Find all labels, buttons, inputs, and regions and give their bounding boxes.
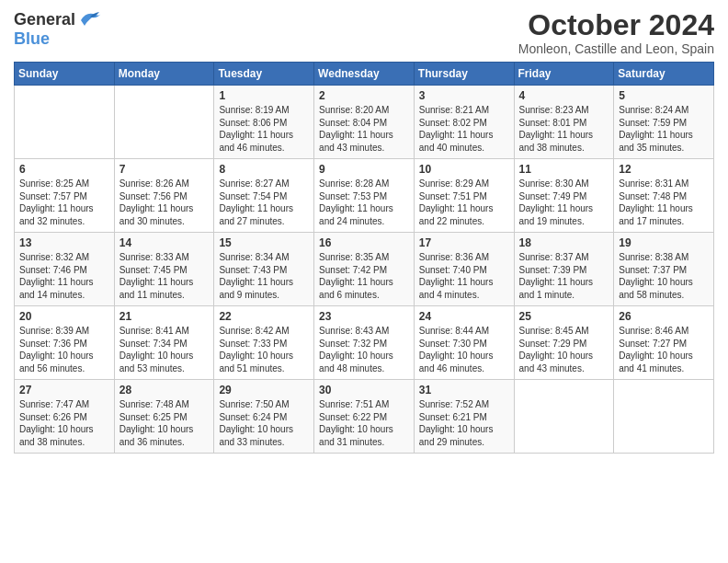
day-of-week-header: Saturday (614, 63, 714, 86)
day-info: Sunrise: 7:52 AM Sunset: 6:21 PM Dayligh… (419, 398, 509, 448)
day-info: Sunrise: 8:37 AM Sunset: 7:39 PM Dayligh… (519, 251, 609, 301)
day-number: 27 (19, 384, 109, 396)
calendar-cell: 29Sunrise: 7:50 AM Sunset: 6:24 PM Dayli… (214, 380, 314, 454)
calendar-cell: 3Sunrise: 8:21 AM Sunset: 8:02 PM Daylig… (414, 86, 514, 159)
day-number: 19 (619, 236, 709, 249)
calendar-cell: 5Sunrise: 8:24 AM Sunset: 7:59 PM Daylig… (614, 86, 714, 159)
calendar-cell: 23Sunrise: 8:43 AM Sunset: 7:32 PM Dayli… (314, 306, 415, 380)
day-number: 24 (419, 310, 509, 323)
day-number: 7 (119, 163, 210, 176)
calendar-cell: 9Sunrise: 8:28 AM Sunset: 7:53 PM Daylig… (314, 159, 415, 233)
day-number: 6 (19, 163, 109, 176)
calendar-cell: 6Sunrise: 8:25 AM Sunset: 7:57 PM Daylig… (15, 159, 115, 233)
day-number: 17 (419, 236, 509, 249)
calendar-cell: 21Sunrise: 8:41 AM Sunset: 7:34 PM Dayli… (114, 306, 214, 380)
day-info: Sunrise: 8:41 AM Sunset: 7:34 PM Dayligh… (119, 325, 210, 374)
day-of-week-header: Friday (514, 63, 614, 86)
day-number: 15 (219, 236, 309, 249)
day-number: 26 (619, 310, 709, 323)
day-number: 5 (619, 89, 709, 102)
calendar-cell: 18Sunrise: 8:37 AM Sunset: 7:39 PM Dayli… (514, 233, 614, 306)
calendar-cell (114, 86, 214, 159)
calendar-cell: 15Sunrise: 8:34 AM Sunset: 7:43 PM Dayli… (214, 233, 314, 306)
calendar-table: SundayMondayTuesdayWednesdayThursdayFrid… (14, 62, 714, 454)
calendar-week-row: 27Sunrise: 7:47 AM Sunset: 6:26 PM Dayli… (15, 380, 714, 454)
header: General Blue October 2024 Monleon, Casti… (14, 9, 714, 56)
day-of-week-header: Thursday (414, 63, 514, 86)
calendar-cell: 25Sunrise: 8:45 AM Sunset: 7:29 PM Dayli… (514, 306, 614, 380)
day-info: Sunrise: 8:26 AM Sunset: 7:56 PM Dayligh… (119, 178, 210, 227)
day-info: Sunrise: 8:36 AM Sunset: 7:40 PM Dayligh… (419, 251, 509, 301)
calendar-cell (514, 380, 614, 454)
day-info: Sunrise: 8:34 AM Sunset: 7:43 PM Dayligh… (219, 251, 309, 301)
calendar-header-row: SundayMondayTuesdayWednesdayThursdayFrid… (15, 63, 714, 86)
calendar-cell: 11Sunrise: 8:30 AM Sunset: 7:49 PM Dayli… (514, 159, 614, 233)
day-number: 18 (519, 236, 609, 249)
calendar-cell: 20Sunrise: 8:39 AM Sunset: 7:36 PM Dayli… (15, 306, 115, 380)
day-number: 10 (419, 163, 509, 176)
calendar-cell: 2Sunrise: 8:20 AM Sunset: 8:04 PM Daylig… (314, 86, 415, 159)
day-info: Sunrise: 8:21 AM Sunset: 8:02 PM Dayligh… (419, 104, 509, 154)
day-number: 14 (119, 236, 210, 249)
day-number: 16 (319, 236, 409, 249)
day-info: Sunrise: 8:20 AM Sunset: 8:04 PM Dayligh… (319, 104, 409, 154)
day-info: Sunrise: 8:30 AM Sunset: 7:49 PM Dayligh… (519, 178, 609, 227)
day-info: Sunrise: 8:32 AM Sunset: 7:46 PM Dayligh… (19, 251, 109, 301)
day-number: 31 (419, 384, 509, 396)
day-info: Sunrise: 8:24 AM Sunset: 7:59 PM Dayligh… (619, 104, 709, 154)
month-title: October 2024 (518, 9, 714, 41)
day-number: 8 (219, 163, 309, 176)
day-info: Sunrise: 8:33 AM Sunset: 7:45 PM Dayligh… (119, 251, 210, 301)
calendar-cell: 14Sunrise: 8:33 AM Sunset: 7:45 PM Dayli… (114, 233, 214, 306)
day-number: 13 (19, 236, 109, 249)
day-of-week-header: Sunday (15, 63, 115, 86)
day-info: Sunrise: 8:38 AM Sunset: 7:37 PM Dayligh… (619, 251, 709, 301)
day-number: 4 (519, 89, 609, 102)
calendar-cell: 24Sunrise: 8:44 AM Sunset: 7:30 PM Dayli… (414, 306, 514, 380)
calendar-week-row: 6Sunrise: 8:25 AM Sunset: 7:57 PM Daylig… (15, 159, 714, 233)
calendar-cell: 12Sunrise: 8:31 AM Sunset: 7:48 PM Dayli… (614, 159, 714, 233)
calendar-cell: 17Sunrise: 8:36 AM Sunset: 7:40 PM Dayli… (414, 233, 514, 306)
calendar-cell: 10Sunrise: 8:29 AM Sunset: 7:51 PM Dayli… (414, 159, 514, 233)
calendar-cell: 30Sunrise: 7:51 AM Sunset: 6:22 PM Dayli… (314, 380, 415, 454)
logo: General Blue (14, 9, 103, 49)
calendar-cell (15, 86, 115, 159)
day-info: Sunrise: 7:47 AM Sunset: 6:26 PM Dayligh… (19, 398, 109, 448)
day-number: 23 (319, 310, 409, 323)
day-info: Sunrise: 8:46 AM Sunset: 7:27 PM Dayligh… (619, 325, 709, 374)
day-of-week-header: Wednesday (314, 63, 415, 86)
day-info: Sunrise: 7:51 AM Sunset: 6:22 PM Dayligh… (319, 398, 409, 448)
day-number: 29 (219, 384, 309, 396)
calendar-cell (614, 380, 714, 454)
title-block: October 2024 Monleon, Castille and Leon,… (518, 9, 714, 56)
day-info: Sunrise: 8:27 AM Sunset: 7:54 PM Dayligh… (219, 178, 309, 227)
day-info: Sunrise: 8:45 AM Sunset: 7:29 PM Dayligh… (519, 325, 609, 374)
calendar-cell: 16Sunrise: 8:35 AM Sunset: 7:42 PM Dayli… (314, 233, 415, 306)
day-info: Sunrise: 8:23 AM Sunset: 8:01 PM Dayligh… (519, 104, 609, 154)
day-number: 12 (619, 163, 709, 176)
day-info: Sunrise: 8:19 AM Sunset: 8:06 PM Dayligh… (219, 104, 309, 154)
calendar-cell: 7Sunrise: 8:26 AM Sunset: 7:56 PM Daylig… (114, 159, 214, 233)
calendar-cell: 26Sunrise: 8:46 AM Sunset: 7:27 PM Dayli… (614, 306, 714, 380)
calendar-cell: 4Sunrise: 8:23 AM Sunset: 8:01 PM Daylig… (514, 86, 614, 159)
day-info: Sunrise: 8:25 AM Sunset: 7:57 PM Dayligh… (19, 178, 109, 227)
calendar-week-row: 13Sunrise: 8:32 AM Sunset: 7:46 PM Dayli… (15, 233, 714, 306)
day-info: Sunrise: 8:28 AM Sunset: 7:53 PM Dayligh… (319, 178, 409, 227)
logo-bird-icon (77, 9, 103, 29)
day-number: 21 (119, 310, 210, 323)
day-number: 2 (319, 89, 409, 102)
day-of-week-header: Tuesday (214, 63, 314, 86)
day-info: Sunrise: 8:39 AM Sunset: 7:36 PM Dayligh… (19, 325, 109, 374)
calendar-cell: 19Sunrise: 8:38 AM Sunset: 7:37 PM Dayli… (614, 233, 714, 306)
day-number: 25 (519, 310, 609, 323)
day-info: Sunrise: 8:31 AM Sunset: 7:48 PM Dayligh… (619, 178, 709, 227)
day-number: 3 (419, 89, 509, 102)
day-number: 1 (219, 89, 309, 102)
calendar-cell: 28Sunrise: 7:48 AM Sunset: 6:25 PM Dayli… (114, 380, 214, 454)
day-of-week-header: Monday (114, 63, 214, 86)
page: General Blue October 2024 Monleon, Casti… (0, 0, 728, 563)
day-info: Sunrise: 8:44 AM Sunset: 7:30 PM Dayligh… (419, 325, 509, 374)
calendar-cell: 13Sunrise: 8:32 AM Sunset: 7:46 PM Dayli… (15, 233, 115, 306)
calendar-cell: 27Sunrise: 7:47 AM Sunset: 6:26 PM Dayli… (15, 380, 115, 454)
day-info: Sunrise: 7:50 AM Sunset: 6:24 PM Dayligh… (219, 398, 309, 448)
